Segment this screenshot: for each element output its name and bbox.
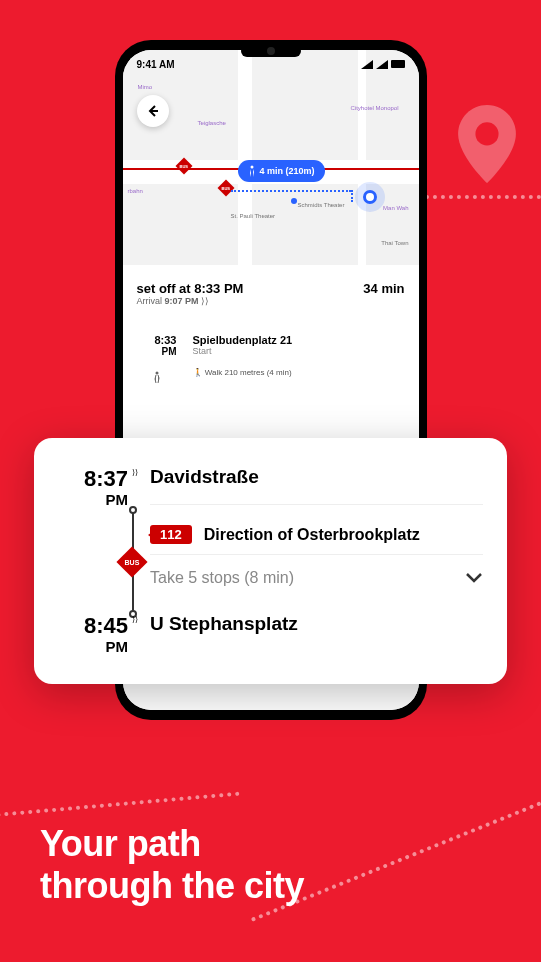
live-icon: ⟩⟩ — [132, 468, 138, 477]
tagline: Your path through the city — [40, 823, 304, 906]
arrival-time: 8:45 — [84, 613, 128, 639]
map-poi-label: Mimo — [138, 84, 153, 90]
back-button[interactable] — [137, 95, 169, 127]
stop-name: Davidstraße — [150, 466, 483, 488]
walk-instruction: 🚶 Walk 210 metres (4 min) — [193, 368, 405, 377]
live-icon: ⟩⟩ — [132, 615, 138, 624]
map-poi-label: Thai Town — [381, 240, 408, 246]
map-poi-label: rbahn — [128, 188, 143, 194]
svg-point-3 — [155, 372, 158, 375]
arrival-info: Arrival 9:07 PM ⟩⟩ — [137, 296, 244, 306]
step-location: Spielbudenplatz 21 — [193, 334, 405, 346]
arrow-left-icon — [145, 103, 161, 119]
set-off-time: set off at 8:33 PM — [137, 281, 244, 296]
bus-line-row: 112 Direction of Osterbrookplatz — [150, 504, 483, 554]
line-number-badge: 112 — [150, 525, 192, 544]
current-location-marker — [363, 190, 377, 204]
wifi-icon — [376, 60, 388, 69]
svg-point-0 — [475, 122, 498, 145]
route-overlay-card: BUS 8:37⟩⟩ PM Davidstraße 112 Direction … — [34, 438, 507, 684]
status-time: 9:41 AM — [137, 59, 175, 70]
svg-rect-1 — [391, 60, 405, 68]
location-pin-icon — [458, 105, 516, 183]
map-poi-label: Cityhotel Monopol — [350, 105, 398, 111]
decorative-path — [0, 792, 240, 819]
departure-time: 8:37 — [84, 466, 128, 492]
chevron-down-icon — [465, 572, 483, 584]
stop-name: U Stephansplatz — [150, 613, 483, 635]
battery-icon — [391, 60, 405, 68]
trip-duration: 34 min — [363, 281, 404, 296]
step-label: Start — [193, 346, 405, 356]
map-poi-label: Teiglasche — [198, 120, 226, 126]
stops-expand-row[interactable]: Take 5 stops (8 min) — [150, 554, 483, 607]
stops-count: Take 5 stops (8 min) — [150, 569, 294, 587]
line-direction: Direction of Osterbrookplatz — [204, 526, 420, 544]
map-poi-label: St. Pauli Theater — [231, 213, 276, 219]
map-poi-label: Schmidts Theater — [298, 202, 345, 208]
svg-point-2 — [250, 166, 253, 169]
signal-icon — [361, 60, 373, 69]
map-poi-label: Man Wah — [383, 205, 408, 211]
walk-duration-pill: 4 min (210m) — [238, 160, 325, 182]
map-view[interactable]: Mimo Teiglasche rbahn Cityhotel Monopol … — [123, 50, 419, 265]
route-step: 8:33 PM Spielbudenplatz 21 Start 🚶 Walk … — [137, 334, 405, 387]
walk-icon — [153, 371, 161, 383]
walk-icon — [248, 165, 256, 177]
